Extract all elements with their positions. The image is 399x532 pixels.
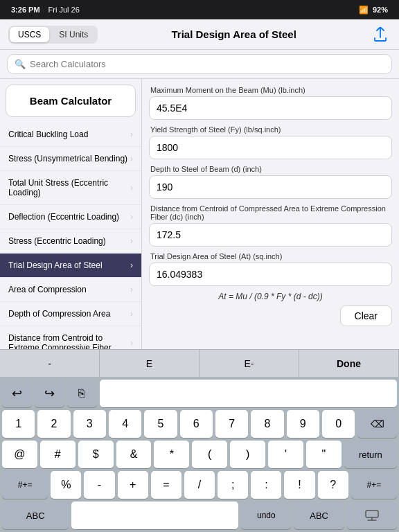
field-group-mu: Maximum Moment on the Beam (Mu) (lb.inch… <box>149 86 392 120</box>
share-button[interactable] <box>370 24 391 45</box>
field-label-mu: Maximum Moment on the Beam (Mu) (lb.inch… <box>149 86 392 94</box>
key-8[interactable]: 8 <box>251 410 283 438</box>
sidebar-item-stress-eccentric[interactable]: Stress (Eccentric Loading) › <box>0 229 141 254</box>
key-minus[interactable]: - <box>84 471 114 499</box>
key-equals[interactable]: = <box>151 471 181 499</box>
sidebar-item-deflection[interactable]: Deflection (Eccentric Loading) › <box>0 205 141 229</box>
sidebar-item-area-compression[interactable]: Area of Compression › <box>0 278 141 302</box>
status-time: 3:26 PM Fri Jul 26 <box>11 6 80 14</box>
chevron-icon: › <box>130 154 133 163</box>
key-amp[interactable]: & <box>116 441 152 468</box>
return-key[interactable]: return <box>344 441 397 468</box>
field-label-d: Depth to Steel of Beam (d) (inch) <box>149 165 392 173</box>
sidebar-item-trial-design[interactable]: Trial Design Area of Steel › <box>0 254 141 278</box>
key-hashplus[interactable]: #+= <box>2 471 48 499</box>
battery-display: 92% <box>373 6 388 14</box>
key-plus[interactable]: + <box>118 471 148 499</box>
key-colon[interactable]: : <box>251 471 281 499</box>
nav-title: Trial Design Area of Steel <box>98 28 370 40</box>
toolbar-done[interactable]: Done <box>299 350 399 377</box>
toolbar-e-minus[interactable]: E- <box>200 350 299 377</box>
key-0[interactable]: 0 <box>322 410 355 438</box>
key-3[interactable]: 3 <box>73 410 106 438</box>
toolbar-minus[interactable]: - <box>0 350 100 377</box>
sidebar-item-depth-compression[interactable]: Depth of Compression Area › <box>0 302 141 326</box>
status-bar: 3:26 PM Fri Jul 26 📶 92% <box>0 0 399 19</box>
wifi-icon: 📶 <box>359 6 369 15</box>
abc-left-key[interactable]: ABC <box>2 502 69 529</box>
kb-number-row: 1 2 3 4 5 6 7 8 9 0 ⌫ <box>2 410 397 438</box>
unit-segment: USCS SI Units <box>8 26 98 44</box>
clear-button[interactable]: Clear <box>340 305 392 326</box>
field-label-fy: Yield Strength of Steel (Fy) (lb/sq.inch… <box>149 125 392 134</box>
keyboard-dismiss-key[interactable] <box>347 502 397 529</box>
sidebar: Beam Calculator Critical Buckling Load ›… <box>0 79 142 349</box>
key-question[interactable]: ? <box>318 471 348 499</box>
time-display: 3:26 PM <box>11 6 40 14</box>
chevron-icon: › <box>130 338 133 348</box>
abc-right-key[interactable]: ABC <box>294 502 344 529</box>
kb-undo-row: ↩ ↪ ⎘ <box>2 380 397 407</box>
key-1[interactable]: 1 <box>2 410 35 438</box>
field-group-at: Trial Design Area of Steel (At) (sq.inch… <box>149 252 392 286</box>
space-key[interactable] <box>71 502 238 529</box>
undo-text-key[interactable]: undo <box>241 502 291 529</box>
keyboard-toolbar: - E E- Done <box>0 349 399 377</box>
field-input-d[interactable] <box>149 175 392 199</box>
field-group-d: Depth to Steel of Beam (d) (inch) <box>149 165 392 199</box>
key-star[interactable]: * <box>154 441 189 468</box>
field-input-at[interactable] <box>149 263 392 286</box>
paste-button[interactable]: ⎘ <box>67 380 97 407</box>
key-lparen[interactable]: ( <box>192 441 227 468</box>
key-exclaim[interactable]: ! <box>284 471 314 499</box>
key-dollar[interactable]: $ <box>78 441 114 468</box>
redo-button[interactable]: ↪ <box>35 380 64 407</box>
key-hashplus2[interactable]: #+= <box>351 471 397 499</box>
chevron-icon: › <box>130 212 133 222</box>
key-percent[interactable]: % <box>51 471 81 499</box>
key-4[interactable]: 4 <box>109 410 141 438</box>
undo-button[interactable]: ↩ <box>2 380 32 407</box>
main-content: Beam Calculator Critical Buckling Load ›… <box>0 79 399 349</box>
field-label-dc: Distance from Centroid of Compressed Are… <box>149 204 392 221</box>
key-at[interactable]: @ <box>2 441 37 468</box>
backspace-key[interactable]: ⌫ <box>357 410 397 438</box>
key-2[interactable]: 2 <box>37 410 70 438</box>
key-apos[interactable]: ' <box>268 441 303 468</box>
field-input-dc[interactable] <box>149 223 392 247</box>
key-7[interactable]: 7 <box>215 410 248 438</box>
chevron-icon: › <box>130 260 133 270</box>
chevron-icon: › <box>130 309 133 319</box>
svg-rect-0 <box>366 511 378 517</box>
sidebar-item-distance-centroid[interactable]: Distance from Centroid to Extreme Compre… <box>0 326 141 349</box>
toolbar-e[interactable]: E <box>100 350 200 377</box>
key-rparen[interactable]: ) <box>230 441 265 468</box>
kb-bottom-row: ABC undo ABC <box>2 502 397 529</box>
key-5[interactable]: 5 <box>144 410 177 438</box>
key-9[interactable]: 9 <box>287 410 319 438</box>
key-quote[interactable]: " <box>306 441 342 468</box>
sidebar-item-total-unit-stress[interactable]: Total Unit Stress (Eccentric Loading) › <box>0 171 141 205</box>
kb-symbol-row1: @ # $ & * ( ) ' " return <box>2 441 397 468</box>
search-icon: 🔍 <box>15 59 26 69</box>
si-units-button[interactable]: SI Units <box>51 27 96 42</box>
search-input[interactable] <box>30 59 384 69</box>
chevron-icon: › <box>130 130 133 139</box>
keyboard: ↩ ↪ ⎘ 1 2 3 4 5 6 7 8 9 0 ⌫ @ # $ & * ( … <box>0 377 399 532</box>
field-group-fy: Yield Strength of Steel (Fy) (lb/sq.inch… <box>149 125 392 159</box>
chevron-icon: › <box>130 183 133 193</box>
key-slash[interactable]: / <box>184 471 215 499</box>
key-semi[interactable]: ; <box>218 471 248 499</box>
field-input-fy[interactable] <box>149 136 392 159</box>
sidebar-item-critical-buckling[interactable]: Critical Buckling Load › <box>0 123 141 147</box>
sidebar-item-stress-unsymmetrical[interactable]: Stress (Unsymmetrical Bending) › <box>0 147 141 171</box>
nav-bar: USCS SI Units Trial Design Area of Steel <box>0 19 399 50</box>
key-6[interactable]: 6 <box>180 410 213 438</box>
field-input-mu[interactable] <box>149 96 392 120</box>
search-bar[interactable]: 🔍 <box>7 54 392 74</box>
chevron-icon: › <box>130 285 133 294</box>
key-hash[interactable]: # <box>40 441 76 468</box>
kb-symbol-row2: #+= % - + = / ; : ! ? #+= <box>2 471 397 499</box>
uscs-button[interactable]: USCS <box>10 27 49 42</box>
status-icons: 📶 92% <box>359 6 388 15</box>
